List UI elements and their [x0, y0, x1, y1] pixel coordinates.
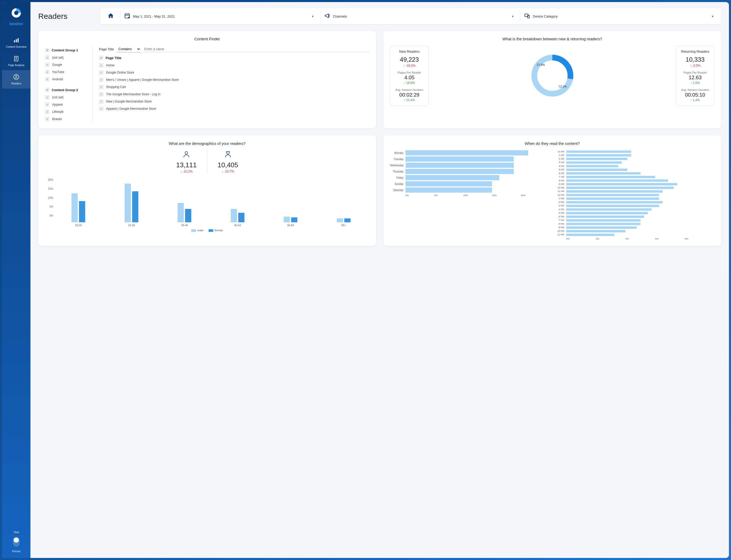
checkbox[interactable]: ✓: [45, 88, 50, 92]
metric-sub-label: Avg. Session Duration: [678, 88, 712, 91]
megaphone-icon: [324, 13, 331, 20]
checkbox[interactable]: ✓: [99, 63, 104, 68]
home-icon: [107, 12, 114, 19]
card-title: What is the breakdown between new & retu…: [390, 37, 714, 41]
checkbox[interactable]: ✓: [45, 55, 50, 60]
nav-label: Page Analysis: [8, 64, 25, 67]
channels-filter[interactable]: Channels ▼: [320, 11, 518, 21]
channels-label: Channels: [333, 14, 347, 18]
bar-chart-icon: [13, 37, 19, 44]
page-title-label: Page Title: [99, 47, 114, 51]
list-item[interactable]: ✓Lifestyle: [45, 108, 86, 115]
list-item[interactable]: ✓New | Google Merchandise Store: [99, 98, 369, 105]
female-delta: ↓ -10.7%: [218, 170, 238, 173]
list-item[interactable]: ✓(not set): [45, 54, 86, 61]
brand-name: databloo: [9, 22, 23, 26]
content-finder-card: Content Finder ✓Content Group 1 ✓(not se…: [38, 31, 376, 128]
svg-point-14: [128, 17, 130, 18]
year-label: Year: [13, 531, 19, 534]
home-button[interactable]: [104, 11, 118, 22]
checkbox[interactable]: ✓: [45, 62, 50, 67]
group-title: Content Group 1: [52, 48, 78, 52]
metric-delta: ↑ 21.8%: [392, 98, 426, 102]
value-input[interactable]: [143, 46, 369, 52]
checkbox[interactable]: ✓: [45, 48, 50, 52]
metric-delta: ↑ 16.8%: [392, 81, 426, 85]
male-icon: [183, 150, 190, 158]
list-item[interactable]: ✓Apparel | Google Merchandise Store: [99, 105, 369, 112]
calendar-icon: [124, 13, 130, 20]
female-count: 10,405: [218, 161, 238, 169]
metric-sub-label: Pages Per Reader: [392, 71, 426, 74]
logo-icon: [11, 7, 22, 20]
sidebar: databloo Content Overview Page Analysis …: [2, 2, 30, 558]
metric-delta: ↑ 1.4%: [678, 98, 712, 102]
metric-title: Returning Readers: [678, 50, 712, 54]
card-title: Content Finder: [45, 37, 369, 41]
chevron-down-icon: ▼: [312, 15, 314, 18]
donut-chart: 27.9% 72.1%: [529, 52, 576, 99]
checkbox[interactable]: ✓: [99, 92, 104, 97]
checkbox[interactable]: ✓: [45, 95, 50, 100]
checkbox[interactable]: ✓: [99, 85, 104, 89]
list-item[interactable]: ✓YouTube: [45, 68, 86, 76]
list-item[interactable]: ✓Google Online Store: [99, 69, 369, 76]
nav-page-analysis[interactable]: Page Analysis: [2, 52, 30, 70]
checkbox[interactable]: ✓: [45, 117, 50, 121]
checkbox[interactable]: ✓: [45, 109, 50, 114]
day-of-week-chart: MondayTuesdayWednesdayThursdayFridaySund…: [390, 150, 550, 240]
checkbox[interactable]: ✓: [99, 56, 104, 60]
device-filter[interactable]: Device Category ▼: [520, 11, 718, 21]
list-item[interactable]: ✓Apparel: [45, 101, 86, 108]
page-title: Readers: [38, 12, 95, 21]
list-item[interactable]: ✓(not set): [45, 94, 86, 101]
date-range-filter[interactable]: May 1, 2021 - May 31, 2021 ▼: [120, 11, 318, 21]
list-item[interactable]: ✓Shopping Cart: [99, 83, 369, 91]
metric-sub-value: 00:02:29: [392, 92, 426, 98]
list-item[interactable]: ✓Home: [99, 62, 369, 69]
metric-sub-label: Pages Per Reader: [678, 71, 712, 74]
metric-delta: ↓ -16.0%: [392, 64, 426, 67]
female-icon: [224, 150, 232, 158]
chevron-down-icon: ▼: [511, 15, 514, 18]
checkbox[interactable]: ✓: [45, 77, 50, 82]
checkbox[interactable]: ✓: [45, 70, 50, 74]
checkbox[interactable]: ✓: [99, 106, 104, 111]
metric-sub-value: 4.05: [392, 75, 426, 81]
date-range-value: May 1, 2021 - May 31, 2021: [133, 14, 175, 18]
chevron-down-icon: ▼: [711, 15, 714, 18]
checkbox[interactable]: ✓: [99, 77, 104, 82]
hour-of-day-chart: 12 AM1 AM2 AM3 AM4 AM5 AM6 AM7 AM8 AM9 A…: [555, 150, 715, 240]
nav-content-overview[interactable]: Content Overview: [2, 34, 30, 52]
checkbox[interactable]: ✓: [99, 99, 104, 104]
list-item[interactable]: ✓Men's / Unisex | Apparel | Google Merch…: [99, 76, 369, 83]
donut-label-returning: 72.1%: [558, 85, 567, 88]
metric-sub-label: Avg. Session Duration: [392, 88, 426, 91]
period-label: Period: [12, 550, 20, 553]
demographics-card: What are the demographics of your reader…: [38, 136, 376, 246]
list-item[interactable]: ✓Brands: [45, 115, 86, 123]
contains-select[interactable]: Contains: [116, 46, 141, 52]
donut-label-new: 27.9%: [537, 63, 545, 66]
nav-readers[interactable]: Readers: [2, 70, 30, 89]
legend-male: male: [197, 229, 203, 232]
list-item[interactable]: ✓Android: [45, 76, 86, 83]
list-item[interactable]: ✓The Google Merchandise Store - Log In: [99, 91, 369, 98]
metric-value: 10,333: [678, 56, 712, 63]
breakdown-card: What is the breakdown between new & retu…: [383, 31, 721, 128]
devices-icon: [524, 13, 530, 20]
new-readers-box: New Readers 49,223 ↓ -16.0% Pages Per Re…: [390, 46, 429, 106]
legend-female: female: [215, 229, 223, 232]
male-count: 13,111: [176, 161, 197, 169]
year-period-toggle[interactable]: [13, 537, 20, 547]
metric-value: 49,223: [392, 56, 426, 63]
card-title: When do they read the content?: [390, 141, 714, 146]
metric-sub-value: 00:05:10: [678, 92, 712, 98]
page-title-header: Page Title: [106, 56, 121, 60]
checkbox[interactable]: ✓: [99, 70, 104, 75]
svg-rect-3: [18, 38, 19, 42]
user-circle-icon: [13, 74, 19, 81]
checkbox[interactable]: ✓: [45, 102, 50, 107]
svg-rect-2: [16, 39, 17, 42]
list-item[interactable]: ✓Google: [45, 61, 86, 68]
